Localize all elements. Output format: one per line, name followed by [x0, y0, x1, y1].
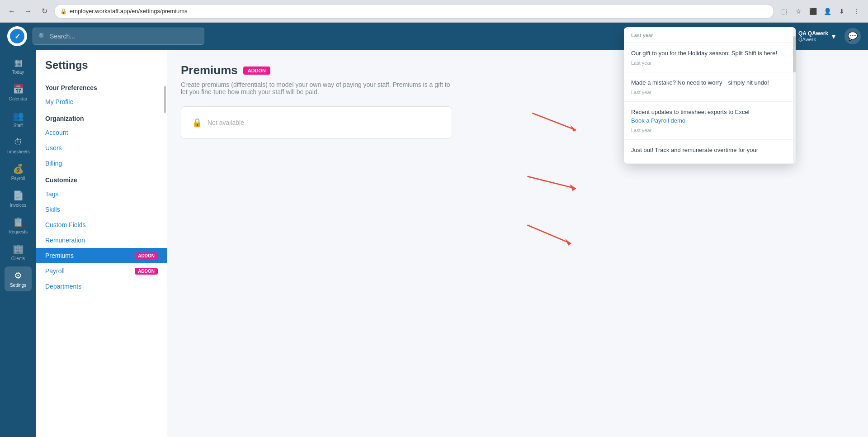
svg-marker-3	[570, 184, 576, 191]
notification-scrollbar-thumb	[793, 36, 796, 72]
invoices-label: Invoices	[10, 203, 27, 208]
today-icon: ▦	[14, 57, 23, 68]
invoices-icon: 📄	[13, 190, 24, 201]
forward-button[interactable]: →	[22, 5, 34, 18]
url-text: employer.workstaff.app/en/settings/premi…	[70, 8, 188, 14]
timesheets-label: Timesheets	[6, 149, 29, 154]
user-info: QA QAwerk QAwerk	[798, 30, 828, 42]
today-label: Today	[12, 70, 24, 75]
settings-item-remuneration[interactable]: Remuneration	[36, 233, 167, 248]
svg-marker-5	[565, 239, 571, 246]
locked-text: Not available	[208, 119, 244, 126]
download-icon[interactable]: ⬇	[835, 5, 848, 18]
sidebar-item-staff[interactable]: 👥 Staff	[5, 107, 32, 132]
extension-icon[interactable]: ⬛	[807, 5, 819, 18]
premiums-addon-badge: ADDON	[135, 252, 158, 259]
clients-icon: 🏢	[13, 243, 24, 254]
section-header-customize: Customize	[36, 171, 167, 186]
settings-item-billing[interactable]: Billing	[36, 156, 167, 171]
notif-item-1[interactable]: Our gift to you for the Holiday season: …	[624, 43, 796, 72]
payroll-addon-badge: ADDON	[135, 268, 158, 275]
chevron-down-icon: ▾	[832, 32, 835, 41]
section-header-preferences: Your Preferences	[36, 79, 167, 94]
address-bar[interactable]: 🔒 employer.workstaff.app/en/settings/pre…	[54, 4, 774, 19]
settings-item-departments[interactable]: Departments	[36, 279, 167, 294]
sidebar-item-timesheets[interactable]: ⏱ Timesheets	[5, 133, 32, 158]
notification-dropdown: Last year Our gift to you for the Holida…	[624, 27, 796, 164]
svg-line-2	[528, 176, 576, 189]
notif-time-1: Last year	[631, 60, 788, 66]
page-addon-badge: ADDON	[243, 66, 270, 75]
staff-label: Staff	[14, 123, 23, 128]
sidebar-item-invoices[interactable]: 📄 Invoices	[5, 186, 32, 211]
notif-title-3: Recent updates to timesheet exports to E…	[631, 108, 788, 124]
sidebar-scrollbar	[164, 50, 166, 437]
notif-item-last-year-header: Last year	[624, 27, 796, 43]
requests-icon: 📋	[13, 217, 24, 228]
settings-item-users[interactable]: Users	[36, 140, 167, 156]
sidebar-item-settings[interactable]: ⚙ Settings	[5, 266, 32, 291]
premiums-label: Premiums	[45, 252, 74, 259]
calendar-icon: 📅	[13, 84, 24, 95]
notif-item-3[interactable]: Recent updates to timesheet exports to E…	[624, 102, 796, 139]
notif-item-4[interactable]: Just out! Track and remunerate overtime …	[624, 140, 796, 164]
settings-item-skills[interactable]: Skills	[36, 202, 167, 217]
settings-item-premiums[interactable]: Premiums ADDON	[36, 248, 167, 263]
page-title: Premiums	[181, 63, 238, 77]
timesheets-icon: ⏱	[14, 137, 23, 147]
sidebar-item-clients[interactable]: 🏢 Clients	[5, 240, 32, 265]
lock-icon: 🔒	[60, 8, 67, 14]
browser-chrome: ← → ↻ 🔒 employer.workstaff.app/en/settin…	[0, 0, 868, 23]
notif-item-2[interactable]: Made a mistake? No need to worry—simply …	[624, 72, 796, 102]
payroll-demo-link[interactable]: Book a Payroll demo	[631, 117, 685, 124]
svg-line-4	[528, 225, 571, 243]
back-button[interactable]: ←	[5, 5, 18, 18]
user-org-label: QAwerk	[798, 37, 828, 42]
search-placeholder: Search...	[50, 33, 75, 40]
page-description: Create premiums (differentials) to model…	[181, 81, 452, 95]
settings-item-payroll[interactable]: Payroll ADDON	[36, 263, 167, 279]
sidebar-item-payroll[interactable]: 💰 Payroll	[5, 160, 32, 185]
svg-marker-1	[570, 125, 576, 132]
menu-icon[interactable]: ⋮	[850, 5, 863, 18]
settings-icon: ⚙	[14, 270, 22, 281]
settings-item-tags[interactable]: Tags	[36, 186, 167, 202]
app-sidebar: ▦ Today 📅 Calendar 👥 Staff ⏱ Timesheets …	[0, 50, 36, 437]
payroll-icon: 💰	[13, 163, 24, 174]
calendar-label: Calendar	[9, 96, 28, 101]
notif-time-2: Last year	[631, 90, 788, 95]
sidebar-scrollbar-thumb	[164, 86, 166, 113]
notif-title-1: Our gift to you for the Holiday season: …	[631, 49, 788, 57]
settings-item-custom-fields[interactable]: Custom Fields	[36, 217, 167, 233]
chat-button[interactable]: 💬	[844, 28, 861, 44]
settings-title: Settings	[36, 59, 167, 79]
browser-actions: ⬚ ☆ ⬛ 👤 ⬇ ⋮	[778, 5, 863, 18]
sidebar-item-calendar[interactable]: 📅 Calendar	[5, 80, 32, 105]
refresh-button[interactable]: ↻	[38, 5, 51, 18]
clients-label: Clients	[11, 256, 25, 261]
settings-item-my-profile[interactable]: My Profile	[36, 94, 167, 109]
notification-scrollbar	[793, 27, 796, 164]
search-bar[interactable]: 🔍 Search...	[33, 28, 204, 45]
bookmark-icon[interactable]: ☆	[792, 5, 805, 18]
app-logo: ✓	[7, 26, 27, 46]
app-logo-inner: ✓	[10, 29, 24, 43]
requests-label: Requests	[9, 229, 28, 234]
search-icon: 🔍	[38, 33, 46, 40]
settings-sidebar: Settings Your Preferences My Profile Org…	[36, 50, 167, 437]
notif-title-2: Made a mistake? No need to worry—simply …	[631, 79, 788, 87]
sidebar-item-requests[interactable]: 📋 Requests	[5, 213, 32, 238]
settings-item-account[interactable]: Account	[36, 125, 167, 140]
notif-time-3: Last year	[631, 128, 788, 133]
lock-icon: 🔒	[192, 118, 202, 128]
staff-icon: 👥	[13, 110, 24, 121]
notif-title-4: Just out! Track and remunerate overtime …	[631, 146, 788, 154]
screenshot-icon[interactable]: ⬚	[778, 5, 790, 18]
sidebar-item-today[interactable]: ▦ Today	[5, 53, 32, 78]
payroll-label: Payroll	[11, 176, 25, 181]
locked-card: 🔒 Not available	[181, 106, 452, 139]
section-header-organization: Organization	[36, 109, 167, 125]
payroll-label: Payroll	[45, 267, 65, 275]
user-initials-label: QA QAwerk	[798, 30, 828, 37]
profile-icon[interactable]: 👤	[821, 5, 834, 18]
